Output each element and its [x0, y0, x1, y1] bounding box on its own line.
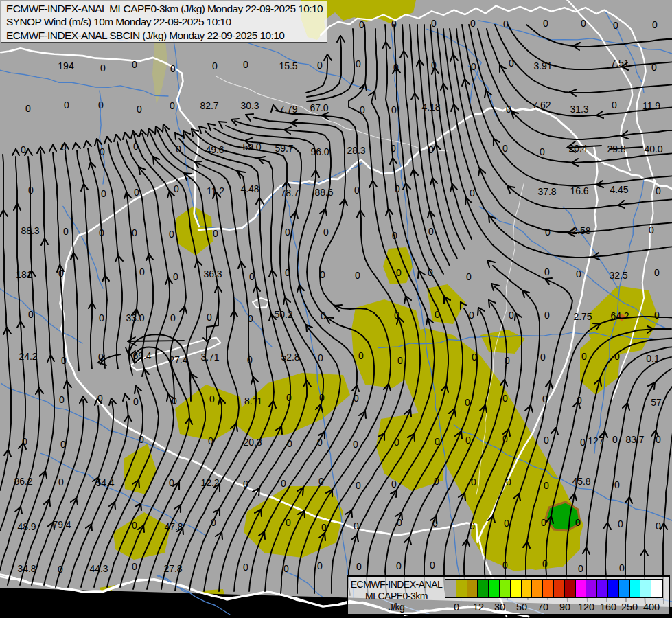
svg-text:0: 0 — [394, 437, 399, 448]
svg-text:0: 0 — [540, 146, 545, 157]
svg-text:0: 0 — [318, 476, 324, 487]
svg-text:33.0: 33.0 — [126, 312, 144, 323]
svg-text:0: 0 — [59, 394, 65, 405]
svg-text:0: 0 — [98, 100, 104, 111]
svg-text:88.6: 88.6 — [314, 187, 333, 198]
svg-text:44.3: 44.3 — [89, 563, 108, 574]
svg-text:0: 0 — [391, 479, 397, 490]
svg-text:0: 0 — [287, 438, 292, 449]
svg-text:0: 0 — [317, 60, 323, 71]
svg-text:0: 0 — [317, 560, 323, 571]
svg-text:0: 0 — [503, 19, 509, 30]
svg-text:37.8: 37.8 — [537, 186, 556, 197]
svg-text:0: 0 — [132, 227, 137, 238]
svg-text:0: 0 — [249, 271, 255, 282]
svg-text:0: 0 — [396, 560, 402, 571]
svg-text:0: 0 — [139, 266, 145, 277]
svg-text:0: 0 — [58, 477, 64, 488]
svg-text:0: 0 — [173, 271, 178, 282]
svg-text:0: 0 — [544, 435, 549, 446]
svg-text:0: 0 — [394, 310, 399, 321]
svg-text:4.48: 4.48 — [240, 183, 259, 194]
svg-text:4.45: 4.45 — [610, 184, 628, 195]
svg-text:0: 0 — [286, 517, 291, 528]
svg-text:2.75: 2.75 — [573, 311, 592, 322]
svg-text:2.58: 2.58 — [572, 225, 590, 236]
svg-text:0: 0 — [317, 437, 323, 448]
svg-text:0: 0 — [428, 144, 434, 155]
svg-text:0: 0 — [28, 309, 34, 320]
svg-text:0: 0 — [509, 58, 514, 69]
svg-text:0: 0 — [465, 435, 471, 446]
svg-text:0: 0 — [466, 271, 472, 282]
svg-text:0: 0 — [649, 225, 654, 236]
svg-text:45.8: 45.8 — [572, 476, 590, 487]
svg-text:0: 0 — [469, 310, 474, 321]
svg-text:0: 0 — [60, 439, 66, 450]
svg-text:0: 0 — [28, 185, 34, 196]
svg-text:7.79: 7.79 — [279, 104, 297, 115]
svg-text:48.9: 48.9 — [17, 521, 36, 532]
svg-text:0: 0 — [435, 309, 440, 320]
svg-text:0: 0 — [99, 312, 104, 323]
svg-text:12.2: 12.2 — [200, 477, 219, 488]
svg-text:0: 0 — [212, 60, 218, 71]
svg-text:0: 0 — [208, 435, 213, 446]
svg-text:0: 0 — [243, 562, 248, 573]
svg-text:57: 57 — [651, 397, 662, 408]
svg-text:49.6: 49.6 — [205, 144, 224, 155]
svg-text:0: 0 — [580, 437, 586, 448]
svg-text:20.4: 20.4 — [568, 143, 587, 154]
svg-text:0: 0 — [281, 478, 286, 489]
svg-text:0: 0 — [470, 187, 475, 198]
svg-text:0: 0 — [509, 310, 514, 321]
svg-text:47.8: 47.8 — [164, 521, 183, 532]
svg-text:0: 0 — [133, 396, 139, 407]
svg-text:0: 0 — [619, 562, 625, 573]
svg-text:0: 0 — [504, 518, 509, 529]
svg-text:0: 0 — [654, 310, 660, 321]
svg-text:0: 0 — [544, 480, 549, 491]
svg-text:0: 0 — [99, 227, 104, 238]
svg-text:0: 0 — [397, 517, 402, 528]
svg-text:0: 0 — [137, 104, 142, 115]
svg-text:0: 0 — [428, 226, 434, 237]
svg-text:0: 0 — [98, 352, 104, 363]
svg-text:52.8: 52.8 — [281, 352, 299, 363]
svg-text:86.2: 86.2 — [14, 476, 32, 487]
svg-text:0: 0 — [612, 434, 618, 445]
svg-text:16.6: 16.6 — [570, 185, 588, 196]
svg-text:0: 0 — [58, 268, 64, 279]
svg-text:0: 0 — [391, 143, 396, 154]
svg-text:7.51: 7.51 — [610, 58, 629, 69]
svg-text:0: 0 — [544, 266, 550, 277]
svg-text:0: 0 — [354, 185, 360, 196]
svg-text:30.3: 30.3 — [240, 100, 259, 111]
svg-text:0: 0 — [432, 518, 438, 529]
svg-text:0: 0 — [541, 517, 546, 528]
svg-text:0: 0 — [209, 393, 215, 404]
svg-text:0: 0 — [656, 185, 661, 196]
svg-text:8.11: 8.11 — [244, 396, 262, 407]
svg-text:0: 0 — [614, 479, 620, 490]
svg-text:0: 0 — [470, 18, 476, 29]
svg-text:28.3: 28.3 — [347, 145, 365, 156]
svg-text:0: 0 — [651, 62, 657, 73]
svg-text:0: 0 — [58, 564, 63, 575]
svg-text:0: 0 — [542, 558, 548, 569]
svg-text:0: 0 — [211, 517, 216, 528]
svg-text:0: 0 — [470, 520, 475, 531]
svg-text:0: 0 — [505, 355, 510, 366]
svg-text:0: 0 — [545, 227, 551, 238]
svg-text:0: 0 — [97, 393, 103, 404]
svg-text:0: 0 — [391, 19, 397, 30]
svg-text:0: 0 — [285, 267, 290, 278]
svg-text:0: 0 — [612, 100, 617, 111]
svg-text:0: 0 — [170, 63, 176, 74]
svg-text:0: 0 — [243, 479, 248, 490]
svg-text:0: 0 — [61, 141, 67, 152]
svg-text:32.5: 32.5 — [609, 270, 627, 281]
svg-text:82.7: 82.7 — [200, 100, 218, 111]
svg-text:4.18: 4.18 — [421, 102, 440, 113]
svg-text:0: 0 — [174, 183, 179, 194]
